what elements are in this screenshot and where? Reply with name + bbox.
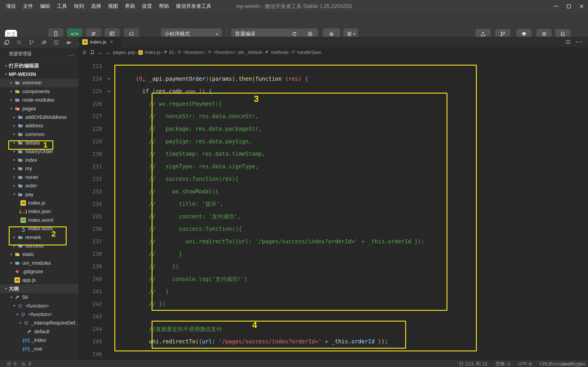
tree-row-static[interactable]: static <box>0 250 78 259</box>
window-controls: × <box>549 0 588 12</box>
folder-icon <box>17 157 23 163</box>
folder-components-icon <box>14 89 20 94</box>
tree-row-label: common <box>22 80 42 86</box>
menu-item-界面[interactable]: 界面 <box>122 2 138 10</box>
git-file-icon <box>14 269 20 274</box>
tree-row-my[interactable]: my <box>0 165 78 173</box>
minimize-button[interactable] <box>549 0 562 12</box>
tree-row-common[interactable]: common <box>0 79 78 87</box>
files-icon[interactable] <box>4 40 10 45</box>
tree-row-components[interactable]: components <box>0 87 78 96</box>
nav-back-icon[interactable]: ← <box>97 49 103 56</box>
chevron-right-icon <box>11 141 17 145</box>
tab-close-icon[interactable]: × <box>110 39 113 45</box>
search-icon[interactable] <box>16 40 22 45</box>
breadcrumb-item-4[interactable]: <function> <box>177 49 205 56</box>
breadcrumb-item-6[interactable]: [∅]_default <box>237 50 262 55</box>
code-line-243: 243 <box>79 310 588 323</box>
chevron-right-icon <box>11 133 17 136</box>
chevron-right-icon <box>11 124 17 127</box>
split-editor-icon[interactable] <box>565 39 571 45</box>
menu-item-文件[interactable]: 文件 <box>20 2 36 10</box>
tree-row-pages[interactable]: pages <box>0 104 78 113</box>
tree-row-index.wxml[interactable]: <>index.wxml <box>0 216 78 224</box>
status-item[interactable]: UTF-8 <box>518 361 532 367</box>
fold-marker-icon[interactable] <box>102 77 116 81</box>
code-area[interactable]: 223224 (0, _api.paymentOrder)(params).th… <box>79 57 588 360</box>
menu-item-帮助[interactable]: 帮助 <box>156 2 172 10</box>
status-item[interactable]: 行 213, 列 12 <box>459 361 488 367</box>
tree-row-addOrEditAddress[interactable]: addOrEditAddress <box>0 113 78 121</box>
tree-row-_interopRequireDef...[interactable]: _interopRequireDef... <box>0 319 78 327</box>
tree-row-order[interactable]: order <box>0 181 78 190</box>
tree-row-label: index.js <box>28 200 45 206</box>
tree-row-function[interactable]: <function> <box>0 302 78 310</box>
titlebar: 项目文件编辑工具转到选择视图界面设置帮助微信开发者工具 mp-weixin - … <box>0 0 588 12</box>
extensions-icon[interactable] <box>41 40 47 45</box>
menu-item-设置[interactable]: 设置 <box>139 2 155 10</box>
tree-row-label: my <box>25 166 32 172</box>
menu-item-工具[interactable]: 工具 <box>54 2 70 10</box>
tree-row-.gitignore[interactable]: .gitignore <box>0 267 78 276</box>
problems-status[interactable]: 00 <box>0 361 33 367</box>
tree-row-_vue[interactable]: [∅]_vue <box>0 344 78 353</box>
menu-item-项目[interactable]: 项目 <box>3 2 19 10</box>
menu-item-微信开发者工具[interactable]: 微信开发者工具 <box>173 2 214 10</box>
tree-row-remark[interactable]: remark <box>0 233 78 242</box>
tree-row-common[interactable]: common <box>0 130 78 139</box>
status-item[interactable]: 空格: 2 <box>495 361 510 367</box>
tree-row-_index[interactable]: [∅]_index <box>0 336 78 344</box>
more-actions-icon[interactable]: … <box>69 51 74 57</box>
docker-icon[interactable] <box>66 40 72 45</box>
sidebar: 资源管理器 … 打开的编辑器MP-WEIXINcommoncomponentsn… <box>0 37 79 360</box>
breadcrumb-item-5[interactable]: <function> <box>207 49 235 56</box>
tree-row-app.js[interactable]: JSapp.js <box>0 276 78 284</box>
chevron-down-icon <box>9 296 14 299</box>
tree-row-大纲[interactable]: 大纲 <box>0 284 78 293</box>
breadcrumb-item-0[interactable]: pages <box>113 50 126 55</box>
tree-row-details[interactable]: details <box>0 139 78 147</box>
tree-row-pay[interactable]: pay <box>0 190 78 199</box>
breadcrumb-item-8[interactable]: handleSave <box>291 49 321 56</box>
folder-icon <box>17 149 23 154</box>
tree-row-index.json[interactable]: {…}index.json <box>0 207 78 216</box>
folder-icon <box>17 166 23 171</box>
tree-row-uni_modules[interactable]: uni_modules <box>0 259 78 267</box>
tree-row-56[interactable]: 56 <box>0 293 78 302</box>
tree-row-index.wxss[interactable]: Ʒindex.wxss <box>0 224 78 233</box>
nav-forward-icon[interactable]: → <box>105 49 111 56</box>
tree-row-nonet[interactable]: nonet <box>0 173 78 181</box>
fold-marker-icon[interactable] <box>102 90 116 93</box>
menu-item-选择[interactable]: 选择 <box>88 2 104 10</box>
maximize-button[interactable] <box>562 0 575 12</box>
tree-row-default[interactable]: default <box>0 327 78 336</box>
breadcrumb-item-1[interactable]: pay <box>128 50 135 55</box>
breadcrumb-separator: › <box>205 50 207 55</box>
tree-row-function[interactable]: <function> <box>0 310 78 319</box>
tree-row-node-modules[interactable]: node-modules <box>0 96 78 104</box>
menu-item-视图[interactable]: 视图 <box>105 2 121 10</box>
tab-index-js[interactable]: JS index.js × <box>79 37 121 47</box>
tree-row-historyOrder[interactable]: historyOrder <box>0 147 78 156</box>
tree-row-MP-WEIXIN[interactable]: MP-WEIXIN <box>0 70 78 78</box>
tree-row-index[interactable]: index <box>0 156 78 164</box>
code-line-238: 238 // } <box>79 248 588 260</box>
breadcrumb-item-2[interactable]: JSindex.js <box>138 49 160 55</box>
close-button[interactable]: × <box>575 0 588 12</box>
breadcrumb-item-7[interactable]: methods <box>264 49 288 56</box>
tree-row-打开的编辑器[interactable]: 打开的编辑器 <box>0 61 78 70</box>
bookmark-icon[interactable] <box>90 50 95 55</box>
notebook-icon[interactable] <box>53 40 59 45</box>
code-text: // title: '提示', <box>116 200 223 208</box>
git-branch-icon[interactable] <box>28 40 35 45</box>
menu-item-编辑[interactable]: 编辑 <box>37 2 53 10</box>
tree-row-label: MP-WEIXIN <box>9 71 36 77</box>
breadcrumb-item-3[interactable]: 61 <box>163 49 174 56</box>
tree-row-address[interactable]: address <box>0 122 78 130</box>
line-number: 225 <box>79 88 102 94</box>
more-actions-icon[interactable]: ··· <box>576 39 583 45</box>
outline-list-icon[interactable] <box>82 50 87 55</box>
tree-row-success[interactable]: success <box>0 242 78 250</box>
menu-item-转到[interactable]: 转到 <box>71 2 87 10</box>
tree-row-index.js[interactable]: JSindex.js <box>0 199 78 207</box>
